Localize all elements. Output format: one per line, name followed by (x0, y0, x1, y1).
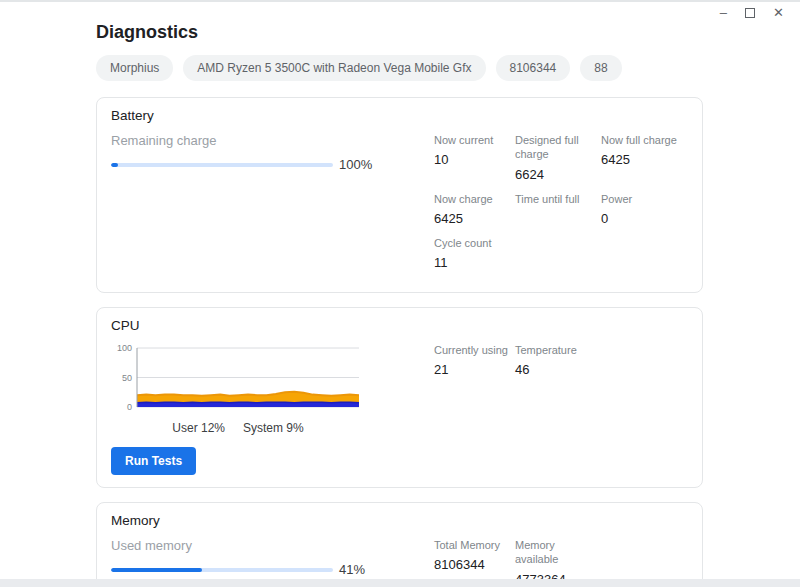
chip-board-name: Morphius (96, 55, 173, 81)
battery-stats: Now current 10 Designed full charge 6624… (434, 133, 686, 280)
cpu-card: CPU 050100 User 12%System 9% Currently u… (96, 307, 703, 488)
cpu-card-title: CPU (111, 318, 686, 333)
memory-card: Memory Used memory 41% Total Memory 8106… (96, 502, 703, 587)
cpu-chart-legend: User 12%System 9% (111, 421, 365, 435)
chip-version: 88 (580, 55, 621, 81)
minimize-icon[interactable]: – (720, 6, 727, 20)
battery-progress-bar (111, 163, 333, 167)
window-bottom-border (0, 579, 800, 587)
legend-system: System 9% (243, 421, 304, 435)
chip-cpu-name: AMD Ryzen 5 3500C with Radeon Vega Mobil… (183, 55, 485, 81)
legend-user: User 12% (172, 421, 225, 435)
memory-percent-label: 41% (339, 562, 365, 577)
memory-progress-fill (111, 568, 202, 572)
svg-text:0: 0 (127, 402, 132, 412)
svg-text:100: 100 (117, 343, 132, 353)
cpu-usage-chart: 050100 (111, 343, 365, 413)
stat-now-current: Now current 10 (434, 133, 515, 192)
page-title: Diagnostics (96, 22, 703, 43)
window-controls: – ✕ (720, 6, 784, 20)
stat-now-full-charge: Now full charge 6425 (601, 133, 686, 192)
cpu-stats: Currently using 21 Temperature 46 (434, 343, 686, 387)
stat-currently-using: Currently using 21 (434, 343, 515, 387)
stat-power: Power 0 (601, 192, 686, 236)
chip-total-memory: 8106344 (496, 55, 571, 81)
window-top-border (0, 0, 800, 2)
stat-temperature: Temperature 46 (515, 343, 601, 387)
diagnostics-page: Diagnostics Morphius AMD Ryzen 5 3500C w… (0, 0, 800, 587)
battery-card: Battery Remaining charge 100% Now curren… (96, 97, 703, 293)
svg-text:50: 50 (122, 373, 132, 383)
stat-cycle-count: Cycle count 11 (434, 236, 515, 280)
cpu-run-tests-button[interactable]: Run Tests (111, 447, 196, 475)
close-icon[interactable]: ✕ (773, 6, 784, 20)
memory-gauge-label: Used memory (111, 538, 373, 553)
battery-percent-label: 100% (339, 157, 372, 172)
battery-progress-fill (111, 163, 118, 167)
stat-designed-full-charge: Designed full charge 6624 (515, 133, 601, 192)
stat-time-until-full: Time until full (515, 192, 601, 236)
memory-card-title: Memory (111, 513, 686, 528)
memory-progress-bar (111, 568, 333, 572)
battery-card-title: Battery (111, 108, 686, 123)
battery-gauge-label: Remaining charge (111, 133, 373, 148)
stat-now-charge: Now charge 6425 (434, 192, 515, 236)
maximize-icon[interactable] (745, 8, 755, 18)
device-info-chips: Morphius AMD Ryzen 5 3500C with Radeon V… (96, 55, 703, 81)
